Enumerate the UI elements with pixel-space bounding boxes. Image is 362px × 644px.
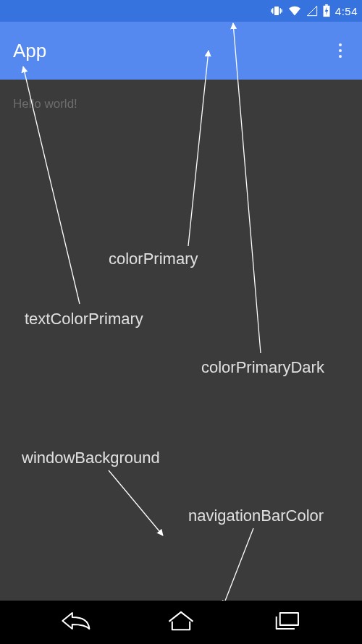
overflow-menu-button[interactable]	[332, 39, 349, 62]
device-frame: 4:54 App Hello world! colorPrimary textC…	[0, 0, 362, 644]
hello-world-text: Hello world!	[0, 80, 362, 129]
recents-button[interactable]	[272, 609, 302, 635]
overflow-dot-icon	[339, 55, 342, 58]
back-icon	[60, 609, 90, 632]
svg-rect-6	[325, 4, 328, 6]
svg-rect-0	[274, 7, 279, 15]
annotation-window-background: windowBackground	[22, 449, 160, 467]
wifi-icon	[287, 5, 302, 17]
status-bar: 4:54	[0, 0, 362, 22]
vibrate-icon	[270, 4, 283, 17]
annotation-color-primary-dark: colorPrimaryDark	[201, 358, 324, 377]
back-button[interactable]	[60, 609, 90, 635]
app-bar: App	[0, 22, 362, 80]
home-icon	[167, 609, 195, 632]
app-bar-title: App	[13, 40, 46, 62]
home-button[interactable]	[167, 609, 195, 635]
overflow-dot-icon	[339, 43, 342, 46]
recents-icon	[272, 609, 302, 632]
svg-rect-12	[280, 613, 298, 625]
status-bar-time: 4:54	[335, 5, 358, 17]
navigation-bar	[0, 601, 362, 644]
annotation-navigation-bar-color: navigationBarColor	[188, 507, 324, 525]
annotation-text-color-primary: textColorPrimary	[25, 310, 143, 329]
annotation-color-primary: colorPrimary	[109, 250, 198, 268]
overflow-dot-icon	[339, 49, 342, 52]
battery-charging-icon	[322, 4, 331, 17]
cell-signal-icon	[306, 5, 318, 17]
